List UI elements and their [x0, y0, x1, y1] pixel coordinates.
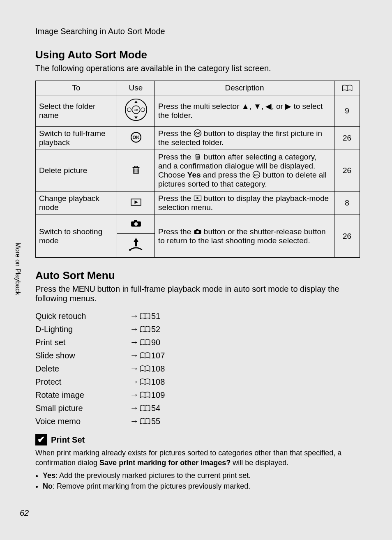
book-icon — [342, 84, 353, 92]
page-ref: → 51 — [130, 311, 160, 321]
cell-ref: 26 — [334, 127, 360, 150]
cell-to: Select the folder name — [36, 95, 117, 127]
cell-to: Delete picture — [36, 150, 117, 192]
page-number: 62 — [20, 508, 29, 518]
ok-ring-icon — [194, 129, 202, 137]
cell-use — [117, 127, 155, 150]
table-row: Switch to shooting mode Press the button… — [36, 215, 360, 234]
book-icon — [140, 404, 150, 412]
menu-item-label: Delete — [35, 364, 130, 374]
col-desc: Description — [155, 81, 334, 95]
multi-selector-icon — [124, 98, 148, 122]
ok-ring-icon — [252, 171, 261, 179]
note-body: When print marking already exists for pi… — [35, 448, 360, 491]
page-ref: → 55 — [130, 416, 160, 427]
check-box-icon: ✔ — [35, 434, 47, 445]
cell-to: Switch to shooting mode — [36, 215, 117, 258]
list-item: D-Lighting→ 52 — [35, 324, 360, 335]
section-intro-1: The following operations are available i… — [35, 64, 360, 73]
camera-icon — [130, 217, 142, 229]
menu-item-label: Protect — [35, 377, 130, 387]
page-header: Image Searching in Auto Sort Mode — [35, 27, 360, 36]
table-row: Delete picture Press the button after se… — [36, 150, 360, 192]
book-icon — [140, 418, 150, 425]
menu-item-label: Voice memo — [35, 417, 130, 426]
book-icon — [140, 378, 150, 385]
note-box: ✔ Print Set When print marking already e… — [35, 434, 360, 491]
cell-use — [117, 215, 155, 234]
cell-desc: Press the button to display the first pi… — [155, 127, 334, 150]
cell-ref: 26 — [334, 215, 360, 258]
page-ref: → 54 — [130, 403, 160, 413]
cell-desc: Press the button or the shutter-release … — [155, 215, 334, 258]
col-ref — [334, 81, 360, 95]
page-ref: → 52 — [130, 324, 160, 335]
section-heading-1: Using Auto Sort Mode — [35, 48, 360, 61]
trash-icon — [130, 164, 142, 175]
section-intro-2: Press the MENU button in full-frame play… — [35, 284, 360, 303]
menu-item-label: Rotate image — [35, 390, 130, 400]
section-tab: More on Playback — [14, 242, 21, 295]
note-bullet: No: Remove print marking from the pictur… — [43, 481, 360, 491]
section-heading-2: Auto Sort Menu — [35, 269, 360, 282]
page-ref: → 108 — [130, 376, 165, 387]
cell-desc: Press the multi selector ▲, ▼, ◀, or ▶ t… — [155, 95, 334, 127]
play-rect-icon — [130, 196, 142, 208]
note-title: Print Set — [51, 435, 85, 445]
cell-use — [117, 150, 155, 192]
cell-desc: Press the button after selecting a categ… — [155, 150, 334, 192]
table-row: Change playback mode Press the button to… — [36, 192, 360, 215]
cell-to: Change playback mode — [36, 192, 117, 215]
cell-ref: 8 — [334, 192, 360, 215]
list-item: Protect→ 108 — [35, 376, 360, 387]
cell-desc: Press the button to display the playback… — [155, 192, 334, 215]
list-item: Print set→ 90 — [35, 337, 360, 348]
cell-ref: 26 — [334, 150, 360, 192]
list-item: Voice memo→ 55 — [35, 416, 360, 427]
cell-ref: 9 — [334, 95, 360, 127]
list-item: Delete→ 108 — [35, 363, 360, 374]
menu-list: Quick retouch→ 51 D-Lighting→ 52 Print s… — [35, 311, 360, 427]
list-item: Rotate image→ 109 — [35, 390, 360, 400]
play-rect-icon — [194, 194, 202, 202]
operations-table: To Use Description Select the folder nam… — [35, 81, 360, 258]
table-row: Switch to full-frame playback Press the … — [36, 127, 360, 150]
list-item: Slide show→ 107 — [35, 350, 360, 361]
menu-item-label: Print set — [35, 338, 130, 347]
menu-item-label: D-Lighting — [35, 325, 130, 334]
list-item: Quick retouch→ 51 — [35, 311, 360, 321]
book-icon — [140, 325, 150, 333]
page-ref: → 109 — [130, 390, 165, 400]
cell-use — [117, 192, 155, 215]
col-use: Use — [117, 81, 155, 95]
book-icon — [140, 365, 150, 372]
menu-item-label: Small picture — [35, 404, 130, 413]
menu-item-label: Quick retouch — [35, 312, 130, 321]
trash-icon — [194, 152, 202, 161]
page-ref: → 107 — [130, 350, 165, 361]
list-item: Small picture→ 54 — [35, 403, 360, 413]
page-ref: → 90 — [130, 337, 160, 348]
cell-to: Switch to full-frame playback — [36, 127, 117, 150]
camera-icon — [194, 227, 202, 235]
col-to: To — [36, 81, 117, 95]
ok-ring-icon — [130, 132, 142, 143]
note-bullet: Yes: Add the previously marked pictures … — [43, 471, 360, 480]
table-row: Select the folder name Press the multi s… — [36, 95, 360, 127]
cell-use — [117, 234, 155, 258]
menu-glyph: MENU — [72, 284, 95, 293]
book-icon — [140, 339, 150, 346]
book-icon — [140, 312, 150, 320]
book-icon — [140, 391, 150, 399]
shutter-icon — [128, 236, 144, 253]
page-ref: → 108 — [130, 363, 165, 374]
book-icon — [140, 352, 150, 359]
menu-item-label: Slide show — [35, 351, 130, 360]
cell-use — [117, 95, 155, 127]
